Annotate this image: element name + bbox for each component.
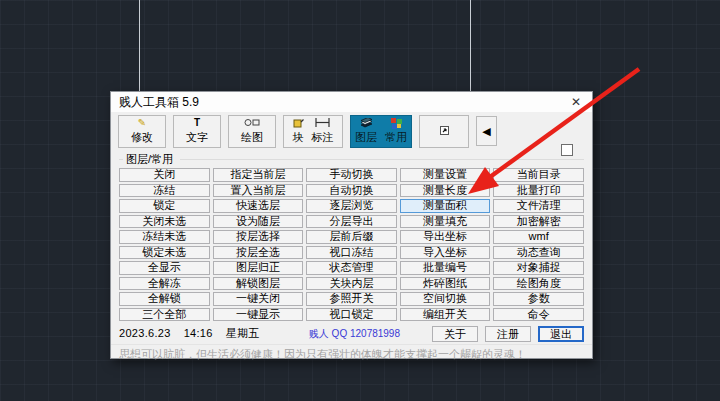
grid-button[interactable]: 锁定未选 xyxy=(119,246,210,260)
tab-block-dim[interactable]: 块 标注 xyxy=(283,115,343,148)
grid-button-highlighted[interactable]: 测量面积 xyxy=(400,199,491,213)
grid-button[interactable]: 全解锁 xyxy=(119,292,210,306)
grid-button[interactable]: 加密解密 xyxy=(493,215,584,229)
grid-button[interactable]: 命令 xyxy=(493,308,584,322)
collapse-button[interactable]: ◀ xyxy=(476,116,497,146)
status-quote-text: 思想可以肮脏，但生活必须健康！因为只有强壮的体魄才能支撑起一个龌龊的灵魂！ xyxy=(111,344,592,361)
grid-button[interactable]: 全显示 xyxy=(119,261,210,275)
grid-button[interactable]: 绘图角度 xyxy=(493,277,584,291)
crosshair-line-right xyxy=(470,0,471,92)
grid-button[interactable]: 层前后缀 xyxy=(306,230,397,244)
grid-button[interactable]: 三个全部 xyxy=(119,308,210,322)
dimension-icon xyxy=(315,118,330,129)
grid-button[interactable]: 参数 xyxy=(493,292,584,306)
grid-button[interactable]: 自动切换 xyxy=(306,184,397,198)
weekday-text: 星期五 xyxy=(226,327,260,339)
close-icon[interactable]: ✕ xyxy=(568,95,584,109)
group-label: 图层/常用 xyxy=(123,152,176,167)
tab-text-label: 文字 xyxy=(186,130,208,145)
grid-button[interactable]: 视口锁定 xyxy=(306,308,397,322)
grid-button[interactable]: 编组开关 xyxy=(400,308,491,322)
grid-button[interactable]: 分层导出 xyxy=(306,215,397,229)
grid-button[interactable]: 图层归正 xyxy=(213,261,304,275)
grid-button[interactable]: 对象捕捉 xyxy=(493,261,584,275)
tab-modify[interactable]: ✎ 修改 xyxy=(118,115,166,148)
tab-block[interactable]: 块 xyxy=(293,118,304,145)
grid-button[interactable]: 参照开关 xyxy=(306,292,397,306)
datetime-text: 2023.6.2314:16星期五 xyxy=(119,326,273,341)
title-bar[interactable]: 贱人工具箱 5.9 ✕ xyxy=(111,92,592,112)
footer-bar: 2023.6.2314:16星期五 贱人 QQ 120781998 关于 注册 … xyxy=(111,323,592,344)
grid-button[interactable]: 冻结未选 xyxy=(119,230,210,244)
grid-button[interactable]: 导出坐标 xyxy=(400,230,491,244)
grid-button[interactable]: 关块内层 xyxy=(306,277,397,291)
grid-button[interactable]: 全解冻 xyxy=(119,277,210,291)
grid-button[interactable]: 动态查询 xyxy=(493,246,584,260)
grid-button[interactable]: 测量设置 xyxy=(400,168,491,182)
grid-button[interactable]: 手动切换 xyxy=(306,168,397,182)
tab-draw-label: 绘图 xyxy=(241,130,263,145)
grid-button[interactable]: 按层选择 xyxy=(213,230,304,244)
time-text: 14:16 xyxy=(184,327,213,339)
grid-button[interactable]: 置入当前层 xyxy=(213,184,304,198)
grid-button[interactable]: 设为随层 xyxy=(213,215,304,229)
category-toolbar: ✎ 修改 T 文字 绘图 块 xyxy=(111,112,592,152)
grid-button[interactable]: 文件清理 xyxy=(493,199,584,213)
tab-layer-label: 图层 xyxy=(355,130,377,145)
group-box-header: 图层/常用 xyxy=(111,152,592,166)
grid-button[interactable]: 空间切换 xyxy=(400,292,491,306)
grid-button[interactable]: wmf xyxy=(493,230,584,244)
grid-button[interactable]: 关闭 xyxy=(119,168,210,182)
checkbox[interactable] xyxy=(561,144,573,156)
expand-icon xyxy=(440,126,449,137)
grid-button[interactable]: 测量填充 xyxy=(400,215,491,229)
tab-modify-label: 修改 xyxy=(131,130,153,145)
date-text: 2023.6.23 xyxy=(119,327,171,339)
tab-text[interactable]: T 文字 xyxy=(173,115,221,148)
tab-layer[interactable]: 图层 xyxy=(355,118,377,145)
grid-button[interactable]: 测量长度 xyxy=(400,184,491,198)
expand-button[interactable] xyxy=(419,115,469,148)
layers-icon xyxy=(360,118,373,129)
text-icon: T xyxy=(194,118,200,129)
grid-button[interactable]: 批量打印 xyxy=(493,184,584,198)
author-qq-text: 贱人 QQ 120781998 xyxy=(309,327,400,341)
crosshair-line-left xyxy=(139,0,140,92)
grid-button[interactable]: 关闭未选 xyxy=(119,215,210,229)
grid-button[interactable]: 解锁图层 xyxy=(213,277,304,291)
grid-button[interactable]: 炸碎图纸 xyxy=(400,277,491,291)
grid-button[interactable]: 快速选层 xyxy=(213,199,304,213)
grid-button[interactable]: 一键关闭 xyxy=(213,292,304,306)
grid-button[interactable]: 一键显示 xyxy=(213,308,304,322)
autocad-canvas: 贱人工具箱 5.9 ✕ ✎ 修改 T 文字 绘图 xyxy=(0,0,720,401)
about-button[interactable]: 关于 xyxy=(432,326,478,342)
toolbox-dialog: 贱人工具箱 5.9 ✕ ✎ 修改 T 文字 绘图 xyxy=(110,91,593,359)
exit-button[interactable]: 退出 xyxy=(538,326,584,342)
grid-button[interactable]: 状态管理 xyxy=(306,261,397,275)
grid-button[interactable]: 冻结 xyxy=(119,184,210,198)
tab-dimension-label: 标注 xyxy=(312,130,334,145)
tab-layer-common-selected[interactable]: 图层 常用 xyxy=(350,115,412,148)
grid-button[interactable]: 视口冻结 xyxy=(306,246,397,260)
pencil-icon: ✎ xyxy=(138,118,146,129)
grid-button[interactable]: 逐层浏览 xyxy=(306,199,397,213)
function-button-grid: 关闭 指定当前层 手动切换 测量设置 当前目录 冻结 置入当前层 自动切换 测量… xyxy=(111,166,592,323)
tab-common-label: 常用 xyxy=(385,130,407,145)
grid-button[interactable]: 当前目录 xyxy=(493,168,584,182)
draw-icon xyxy=(244,118,260,129)
register-button[interactable]: 注册 xyxy=(485,326,531,342)
grid-button[interactable]: 批量编号 xyxy=(400,261,491,275)
grid-button[interactable]: 导入坐标 xyxy=(400,246,491,260)
back-arrow-icon: ◀ xyxy=(482,125,490,138)
block-icon xyxy=(293,118,304,129)
grid-button[interactable]: 按层全选 xyxy=(213,246,304,260)
tab-block-label: 块 xyxy=(293,130,304,145)
grid-button[interactable]: 锁定 xyxy=(119,199,210,213)
colors-grid-icon xyxy=(391,118,402,129)
grid-button[interactable]: 指定当前层 xyxy=(213,168,304,182)
tab-draw[interactable]: 绘图 xyxy=(228,115,276,148)
tab-dimension[interactable]: 标注 xyxy=(312,118,334,145)
window-title: 贱人工具箱 5.9 xyxy=(119,94,199,111)
tab-common[interactable]: 常用 xyxy=(385,118,407,145)
